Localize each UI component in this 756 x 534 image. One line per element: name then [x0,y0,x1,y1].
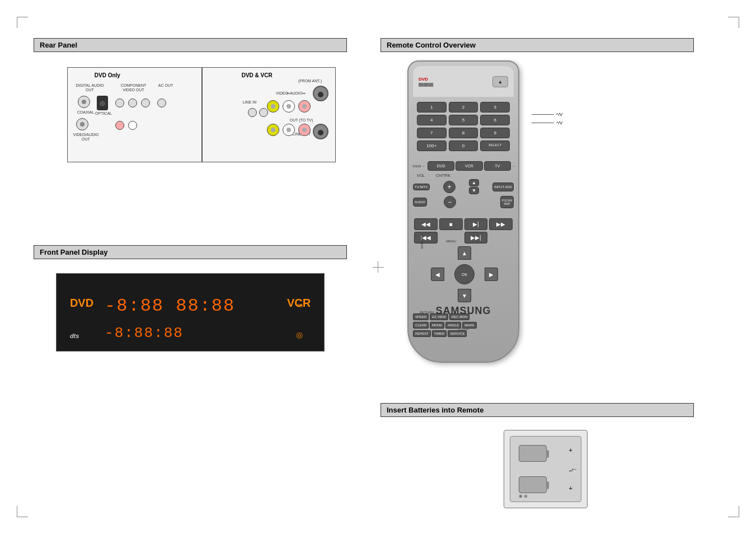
label-line-1 [532,114,554,115]
stop-btn[interactable]: ■ [439,218,463,230]
btn-1[interactable]: 1 [417,102,447,113]
function-buttons: SPEED EZ VIEW REC MON CLEAR MODE ANGLE M… [413,313,514,337]
display-headphone-icon: ◎ [296,330,303,339]
component-conn2 [128,99,137,107]
ac-out-connector [157,99,166,107]
line-in-r-connector [259,108,268,117]
display-time: -8:88 88:88 [105,296,235,316]
battery-plus2-label: + [569,485,572,491]
ac-out-label: AC OUT [154,83,177,88]
remote-side-labels: ^/V ^/V [532,112,562,125]
nav-down-btn[interactable]: ▼ [458,289,471,302]
dvd-vcr-label: DVD & VCR [242,72,273,78]
model-number: 00004 [408,327,518,331]
battery-1-pos [546,450,549,458]
video-audio-out-label: VIDEO/AUDIO OUT [71,133,101,141]
component-conn1 [115,99,124,107]
btn-6[interactable]: 6 [480,115,510,125]
shuttle-menu-labels: SHUTTLE MENU [414,240,456,243]
from-ant-label: (FROM ANT.) [293,79,327,83]
av-text-1: ^/V [556,112,562,117]
battery-2-pos [546,481,549,489]
batteries-header: Insert Batteries into Remote [381,403,694,417]
video-audio-out-connector [76,118,88,130]
ch-trk-label: CH/TRK [436,174,450,177]
repeat-btn[interactable]: REPEAT [413,330,431,337]
dvd-logo: DVD▓▓▓▓▓▓ [419,77,433,87]
eject-button[interactable]: ▲ [492,76,508,87]
btn-dvd-mode[interactable]: DVD [428,161,454,171]
btn-3[interactable]: 3 [480,102,510,113]
rew-btn[interactable]: ◀◀ [414,218,438,230]
ff-btn[interactable]: ▶▶ [489,218,513,230]
line-in-label: LINE IN [241,100,258,105]
btn-vcr-mode[interactable]: VCR [456,161,482,171]
remote-top-section: DVD▓▓▓▓▓▓ ▲ [413,66,514,97]
nav-pad: ▲ ▼ ◀ ▶ OK [431,246,498,302]
btn-4[interactable]: 4 [417,115,447,125]
play-btn[interactable]: ▶| [464,218,488,230]
btn-0[interactable]: 0 [449,140,478,151]
vol-controls: TV M/TC + ▲ ▼ INPUT ADD AUDIO − P.SCANSK… [413,179,514,208]
btn-100[interactable]: 100+ [417,140,447,151]
out-tv-video [267,124,279,136]
nav-left-btn[interactable]: ◀ [431,268,444,281]
tv-mute-btn[interactable]: TV M/TC [413,184,430,190]
ok-btn[interactable]: OK [454,264,475,284]
optical-label: OPTICAL [95,111,112,116]
btn-tv-mode[interactable]: TV [484,161,511,171]
component-out-label: COMPONENT VIDEO OUT [115,83,152,92]
transport-spacer2 [489,232,501,243]
audio-r-connector [298,100,311,113]
corner-mark-bl [17,506,28,517]
rear-panel-diagram: DVD Only DVD & VCR DIGITAL AUDIO OUT COA… [67,67,336,162]
btn-select[interactable]: SELECT [480,140,510,151]
ch-down-btn[interactable]: ▼ [469,187,479,194]
numpad: 1 2 3 4 5 6 7 8 9 100+ 0 SELECT [417,102,510,151]
corner-mark-tr [728,17,739,28]
vol-minus-btn[interactable]: − [444,196,456,208]
audio-out-r [115,121,124,130]
coaxial-connector [78,96,90,108]
samsung-logo: SAMSUNG [408,305,518,317]
ch-up-down: ▲ ▼ [469,179,479,194]
battery-1 [519,445,547,462]
audio-btn[interactable]: AUDIO [413,198,427,207]
remote-body: DVD▓▓▓▓▓▓ ▲ 1 2 3 4 5 6 7 8 9 100+ 0 SEL… [407,60,519,363]
label-line-2 [532,123,554,123]
input-add-btn[interactable]: INPUT ADD [492,182,514,191]
battery-compartment: + − + ← ⊕ ⊖ [510,436,581,502]
audio-out-l [128,121,137,130]
shuttle-label: SHUTTLE [420,233,424,249]
remote-control-header: Remote Control Overview [381,38,694,52]
skip-fwd-btn[interactable]: ▶▶| [464,232,488,243]
btn-2[interactable]: 2 [449,102,478,113]
select-arrow: → [512,165,515,168]
vol-plus-btn[interactable]: + [443,181,456,193]
btn-5[interactable]: 5 [449,115,478,125]
timer-btn[interactable]: TIMER [432,330,447,337]
vol-label: VOL [417,174,425,177]
diagram-divider [201,68,203,162]
nav-up-btn[interactable]: ▲ [458,246,471,260]
menu-label: MENU [446,240,456,243]
digital-audio-out-label: DIGITAL AUDIO OUT [74,83,105,92]
nav-right-btn[interactable]: ▶ [485,268,498,281]
out-tv-audio-l [283,124,295,136]
fn-row3: REPEAT TIMER SERVICE [413,330,514,337]
front-panel-diagram: DVD VCR dts -8:88 88:88 -8:88:88 ∞ ◎ [56,273,325,352]
out-to-tv-label: OUT (TO TV) [289,118,314,123]
battery-plus-label: + [569,447,572,453]
btn-9[interactable]: 9 [480,128,510,138]
line-in-l-connector [248,108,257,117]
out-tv-audio-r [298,124,311,136]
ant-connector [313,86,328,101]
btn-8[interactable]: 8 [449,128,478,138]
ch-up-btn[interactable]: ▲ [469,179,479,186]
vol-ch-labels: VOL CH/TRK [417,174,450,177]
service-btn[interactable]: SERVICE [448,330,467,337]
crosshair-h [373,267,384,268]
btn-7[interactable]: 7 [417,128,447,138]
p-scan-btn[interactable]: P.SCANSKIP [500,196,514,208]
dvd-only-label: DVD Only [95,72,120,78]
